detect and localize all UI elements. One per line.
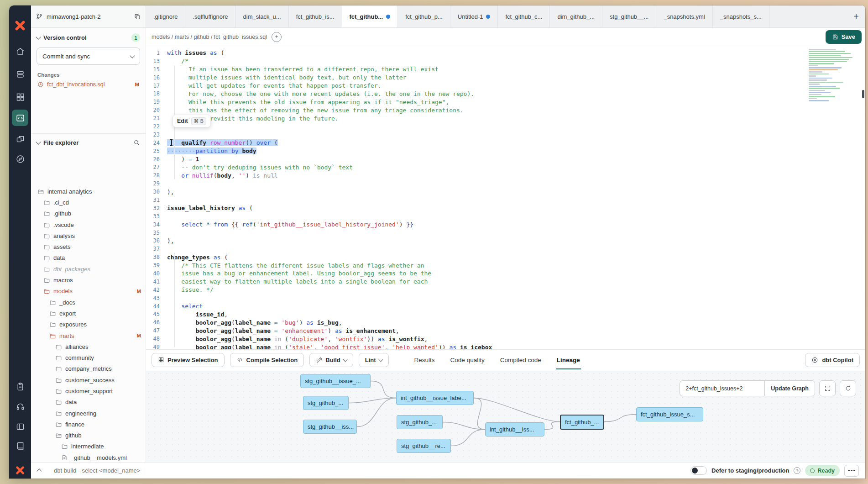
code-line[interactable]: 15 If an issue has been transferred to a… (146, 65, 865, 74)
file-tree-folder[interactable]: analysis (31, 230, 146, 241)
code-editor[interactable]: 1with issues as (13 /*15 If an issue has… (146, 46, 865, 349)
result-tab-results[interactable]: Results (413, 351, 436, 369)
result-tab-lineage[interactable]: Lineage (556, 351, 581, 369)
lineage-node[interactable]: stg_github_... (303, 396, 349, 410)
file-tree-folder[interactable]: company_metrics (31, 363, 146, 374)
commit-and-sync-button[interactable]: Commit and sync (37, 47, 140, 65)
code-line[interactable]: 34 select * from {{ ref('int_github__iss… (146, 221, 865, 229)
fullscreen-button[interactable] (819, 380, 836, 396)
editor-tab[interactable]: stg_github__... (602, 5, 656, 27)
file-tree-folder[interactable]: community (31, 352, 146, 363)
code-line[interactable]: 48 boolor_agg(label_name in ('duplicate'… (146, 335, 865, 343)
file-tree-folder[interactable]: github (31, 430, 146, 441)
lineage-panel[interactable]: stg_github__issue_...stg_github_...stg_g… (146, 371, 865, 462)
changelog-icon[interactable] (12, 378, 28, 395)
file-tree-folder[interactable]: finance (31, 419, 146, 430)
result-tab-code-quality[interactable]: Code quality (450, 351, 486, 369)
file-tree-folder[interactable]: martsM (31, 330, 146, 341)
lineage-node[interactable]: fct_github_... (560, 415, 604, 430)
editor-tab[interactable]: fct_github... (342, 5, 398, 27)
edit-popup[interactable]: Edit ⌘ B (173, 115, 211, 127)
code-line[interactable]: 17 will get updates for events that happ… (146, 82, 865, 90)
copilot-icon[interactable]: ✦ (272, 32, 282, 42)
editor-tab[interactable]: fct_github_c... (498, 5, 550, 27)
lineage-node[interactable]: stg_github__iss... (303, 420, 357, 434)
lineage-node[interactable]: stg_github__re... (397, 439, 451, 453)
file-tree-folder[interactable]: customer_support (31, 385, 146, 396)
explore-icon[interactable] (12, 151, 28, 167)
projects-icon[interactable] (12, 66, 28, 82)
copy-branch-icon[interactable] (134, 13, 141, 20)
home-icon[interactable] (12, 43, 28, 59)
code-line[interactable]: 49 boolor_agg(label_name in ('stale', 'g… (146, 343, 865, 349)
file-tree-folder[interactable]: internal-analytics (31, 186, 146, 197)
editor-scrollbar[interactable] (862, 46, 864, 349)
defer-toggle[interactable] (690, 466, 707, 475)
support-icon[interactable] (12, 398, 28, 415)
code-line[interactable]: 20 this has the effect of removing the n… (146, 106, 865, 114)
code-line[interactable]: 39 /* This CTE flattens the different is… (146, 261, 865, 269)
file-tree-file[interactable]: _github__models.yml (31, 452, 146, 462)
file-tree-folder[interactable]: dbt_packages (31, 263, 146, 274)
editor-tab[interactable]: Untitled-1 (450, 5, 498, 27)
code-line[interactable]: 21 Let's revisit this modeling in the fu… (146, 114, 865, 122)
code-line[interactable]: 37 (146, 245, 865, 253)
lint-button[interactable]: Lint (359, 353, 389, 367)
dashboard-icon[interactable] (12, 89, 28, 105)
update-graph-button[interactable]: Update Graph (764, 380, 815, 396)
file-tree-folder[interactable]: exposures (31, 319, 146, 330)
editor-tab[interactable]: dim_github_... (550, 5, 602, 27)
branch-selector[interactable]: mirnawong1-patch-2 (31, 5, 146, 27)
code-line[interactable]: 29 (146, 179, 865, 188)
lineage-node[interactable]: stg_github__issue_... (300, 374, 371, 388)
code-line[interactable]: 27 -- don't try deduping issues with no … (146, 163, 865, 171)
code-line[interactable]: 22 (146, 122, 865, 131)
code-line[interactable]: 42 issue. */ (146, 286, 865, 294)
panel-icon[interactable] (12, 418, 28, 435)
code-line[interactable]: 13 /* (146, 57, 865, 65)
file-tree-folder[interactable]: intermediate (31, 441, 146, 452)
code-line[interactable]: 33 (146, 212, 865, 221)
code-line[interactable]: 23 (146, 131, 865, 139)
changed-file-row[interactable]: fct_dbt_invocations.sql M (31, 79, 146, 89)
preview-selection-button[interactable]: Preview Selection (152, 353, 225, 367)
code-line[interactable]: 28 or nullif(body, '') is null (146, 171, 865, 179)
compile-selection-button[interactable]: Compile Selection (230, 353, 304, 367)
code-line[interactable]: 16 multiple issues with identical body t… (146, 74, 865, 82)
minimap[interactable] (809, 49, 858, 102)
file-tree-folder[interactable]: assets (31, 241, 146, 252)
save-button[interactable]: Save (826, 30, 862, 44)
lineage-selector-input[interactable] (680, 380, 764, 396)
new-tab-button[interactable]: + (847, 5, 865, 27)
dbt-copilot-button[interactable]: dbt Copilot (805, 353, 860, 367)
editor-tab[interactable]: _snapshots.yml (656, 5, 712, 27)
editor-tab[interactable]: fct_github_p... (398, 5, 450, 27)
lineage-node[interactable]: fct_github_issue_s... (636, 407, 703, 421)
compare-icon[interactable] (12, 131, 28, 147)
code-line[interactable]: 47 boolor_agg(label_name = 'enhancement'… (146, 326, 865, 335)
search-icon[interactable] (133, 139, 140, 146)
file-tree-folder[interactable]: macros (31, 274, 146, 285)
expand-command-icon[interactable] (37, 468, 42, 473)
lineage-node[interactable]: stg_github_... (397, 415, 443, 429)
code-line[interactable]: 46 boolor_agg(label_name = 'bug') as is_… (146, 318, 865, 326)
code-line[interactable]: 43 (146, 294, 865, 302)
editor-tab[interactable]: _snapshots_s... (713, 5, 769, 27)
result-tab-compiled-code[interactable]: Compiled code (499, 351, 542, 369)
more-options-button[interactable] (844, 465, 859, 477)
edit-popup-label[interactable]: Edit (177, 118, 188, 124)
file-tree-folder[interactable]: _docs (31, 297, 146, 308)
file-explorer-header[interactable]: File explorer (31, 134, 146, 149)
file-tree-folder[interactable]: alliances (31, 341, 146, 352)
code-line[interactable]: 45 issue_id, (146, 310, 865, 319)
docs-icon[interactable] (12, 437, 28, 454)
code-line[interactable]: 40 issue has a bug or enhancement label.… (146, 269, 865, 278)
code-line[interactable]: 38change_types as ( (146, 253, 865, 261)
build-button[interactable]: Build (309, 353, 353, 367)
file-tree-folder[interactable]: .vscode (31, 219, 146, 230)
editor-tab[interactable]: fct_github_is... (289, 5, 342, 27)
code-line[interactable]: 44 select (146, 302, 865, 310)
lineage-node[interactable]: int_github__issue_labe... (396, 391, 474, 405)
code-line[interactable]: 19 While this prevents the old issue fro… (146, 98, 865, 106)
file-tree-folder[interactable]: .ci_cd (31, 197, 146, 208)
